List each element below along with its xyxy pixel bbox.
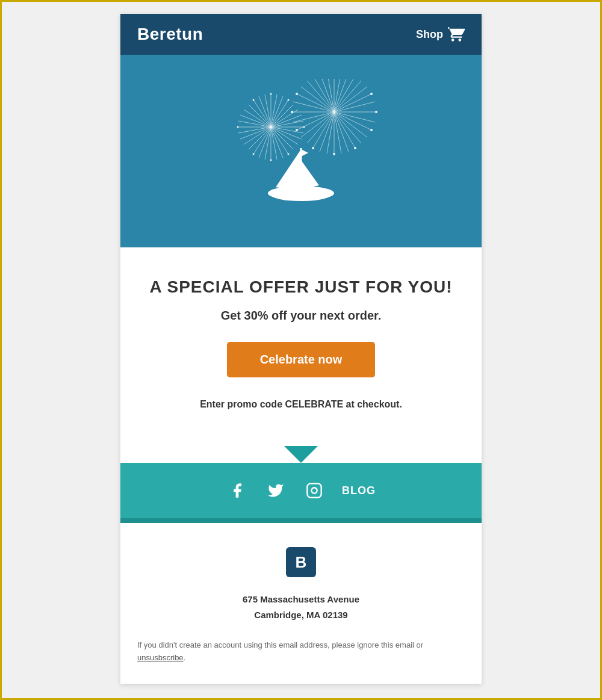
address-block: 675 Massachusetts Avenue Cambridge, MA 0… xyxy=(137,592,465,622)
svg-point-32 xyxy=(270,93,272,95)
svg-point-80 xyxy=(296,129,298,131)
svg-line-22 xyxy=(240,127,271,139)
svg-point-33 xyxy=(288,99,290,101)
svg-point-35 xyxy=(288,153,290,155)
footer-section: B 675 Massachusetts Avenue Cambridge, MA… xyxy=(120,523,482,684)
email-container: Beretun Shop xyxy=(120,14,482,684)
svg-line-51 xyxy=(334,112,367,137)
svg-line-49 xyxy=(334,112,375,122)
address-line2: Cambridge, MA 02139 xyxy=(137,607,465,623)
svg-line-68 xyxy=(307,81,334,112)
svg-line-67 xyxy=(301,87,334,112)
svg-line-63 xyxy=(293,112,334,122)
blog-label[interactable]: BLOG xyxy=(342,485,376,497)
twitter-icon[interactable] xyxy=(265,480,287,501)
svg-point-38 xyxy=(237,126,239,128)
svg-line-18 xyxy=(259,127,271,158)
brand-name: Beretun xyxy=(137,25,203,44)
brand-logo-box: B xyxy=(286,547,316,577)
svg-rect-88 xyxy=(307,483,321,497)
content-section: A SPECIAL OFFER JUST FOR YOU! Get 30% of… xyxy=(120,247,482,446)
svg-line-47 xyxy=(334,102,375,112)
svg-point-82 xyxy=(296,93,298,95)
facebook-icon[interactable] xyxy=(226,480,248,501)
svg-point-81 xyxy=(291,111,293,113)
hero-illustration xyxy=(211,79,391,217)
hero-section xyxy=(120,55,482,247)
svg-line-6 xyxy=(271,115,302,127)
social-section: BLOG xyxy=(120,463,482,518)
shop-label: Shop xyxy=(416,28,443,41)
svg-point-78 xyxy=(333,153,335,155)
footer-note-end: . xyxy=(184,653,186,662)
svg-point-39 xyxy=(253,99,255,101)
offer-title: A SPECIAL OFFER JUST FOR YOU! xyxy=(144,277,458,297)
address-line1: 675 Massachusetts Avenue xyxy=(137,592,465,607)
svg-marker-86 xyxy=(301,149,308,156)
svg-point-79 xyxy=(312,147,314,149)
svg-line-44 xyxy=(334,81,361,112)
celebrate-now-button[interactable]: Celebrate now xyxy=(227,342,376,377)
shop-link[interactable]: Shop xyxy=(416,26,465,43)
svg-point-74 xyxy=(370,93,373,95)
svg-line-14 xyxy=(271,127,283,158)
svg-point-37 xyxy=(253,153,255,155)
svg-line-65 xyxy=(293,102,334,112)
svg-line-10 xyxy=(271,127,302,139)
cart-icon xyxy=(448,26,465,43)
svg-point-77 xyxy=(354,147,356,149)
offer-subtitle: Get 30% off your next order. xyxy=(144,309,458,323)
svg-point-76 xyxy=(370,129,373,131)
footer-note: If you didn't create an account using th… xyxy=(137,639,465,664)
svg-point-36 xyxy=(270,160,272,161)
instagram-icon[interactable] xyxy=(303,480,325,501)
header-nav: Beretun Shop xyxy=(120,14,482,55)
svg-line-30 xyxy=(259,96,271,127)
social-divider xyxy=(120,518,482,523)
svg-line-26 xyxy=(240,115,271,127)
svg-line-52 xyxy=(334,112,361,143)
svg-marker-87 xyxy=(284,446,318,463)
svg-point-75 xyxy=(375,111,377,113)
svg-line-45 xyxy=(334,87,367,112)
footer-note-text: If you didn't create an account using th… xyxy=(137,640,423,649)
svg-line-42 xyxy=(334,79,349,112)
promo-text: Enter promo code CELEBRATE at checkout. xyxy=(144,399,458,410)
svg-line-60 xyxy=(307,112,334,143)
arrow-divider xyxy=(284,446,318,463)
svg-line-70 xyxy=(320,79,334,112)
brand-logo-letter: B xyxy=(296,553,307,572)
svg-line-61 xyxy=(301,112,334,137)
unsubscribe-link[interactable]: unsusbscribe xyxy=(137,653,184,662)
svg-line-2 xyxy=(271,96,283,127)
